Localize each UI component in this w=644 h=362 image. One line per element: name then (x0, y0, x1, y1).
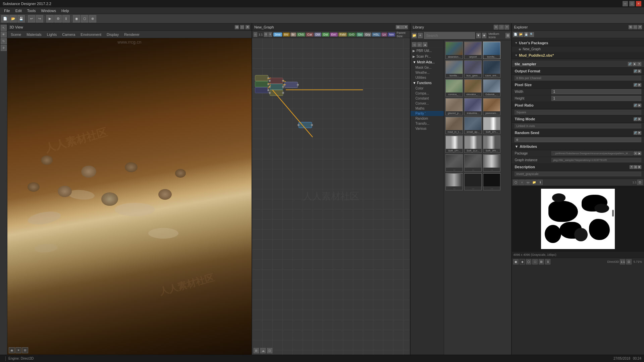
menu-windows[interactable]: Windows (38, 8, 59, 13)
lib-filter-btn[interactable]: ▼ (476, 33, 481, 38)
canvas-icon-2[interactable]: ☁ (260, 348, 266, 353)
lib-tree-pbr[interactable]: ▶ PBR Util... (411, 48, 444, 54)
grid-icon[interactable]: ⊞ (22, 347, 28, 353)
prev-icon-info[interactable]: ℹ (537, 180, 543, 185)
close-button[interactable]: ✕ (636, 1, 641, 6)
lib-thumb-corsica[interactable]: corsica_... (445, 79, 463, 97)
canvas-icon-1[interactable]: ⊞ (254, 348, 259, 353)
exp-mud-puddles-header[interactable]: ▼ Mud_Puddles2.sbs* (512, 52, 644, 59)
pib-icon-3[interactable]: ⬡ (526, 259, 531, 264)
lib-thumb-airport[interactable]: airport (464, 42, 482, 59)
node-graph-canvas[interactable]: ⊞ ☁ ⊡ 人人素材社区 (252, 38, 410, 355)
prop-arrow-btn[interactable]: ▶ (633, 62, 637, 66)
lib-thumb-extra3[interactable]: ... (483, 154, 500, 172)
3d-float-button[interactable]: ⧉ (235, 25, 239, 29)
pr-link-btn[interactable]: 🔗 (634, 104, 637, 107)
lib-folder-btn[interactable]: 📁 (412, 33, 417, 38)
lib-thumb-small[interactable]: small_ap... (464, 117, 482, 134)
lib-tree-random[interactable]: Random (411, 116, 444, 121)
exp-close-btn[interactable]: ✕ (638, 25, 642, 29)
sidebar-icon-rotate[interactable]: ↻ (1, 38, 7, 44)
exp-open-btn[interactable]: 📂 (519, 32, 523, 37)
ng-pill-dbl[interactable]: Dbl (314, 33, 322, 37)
prop-link-btn[interactable]: 🔗 (628, 62, 632, 66)
nav-materials[interactable]: Materials (24, 32, 44, 37)
ng-fit-button[interactable]: ⊡ (264, 32, 268, 37)
exp-user-packages-header[interactable]: ▼ User's Packages (512, 40, 644, 46)
exp-new-btn[interactable]: 📄 (513, 32, 518, 37)
ng-pill-grd[interactable]: GrD (347, 33, 356, 37)
tool3-button[interactable]: ⊕ (89, 15, 96, 22)
ng-pill-gry[interactable]: Gry (364, 33, 372, 37)
sidebar-icon-cursor[interactable]: ↖ (1, 25, 7, 31)
lib-thumb-extra6[interactable]: ... (483, 173, 500, 190)
lib-thumb-road[interactable]: road_in_t... (445, 117, 463, 134)
of-arrow-btn[interactable]: ▶ (638, 69, 641, 73)
lib-up-btn[interactable]: ▲ (423, 42, 427, 47)
node-3[interactable] (255, 87, 268, 93)
camera-icon[interactable]: ⏏ (9, 347, 15, 353)
lib-thumb-extra4[interactable]: ... (445, 173, 463, 190)
ng-pill-fxm[interactable]: FxM (338, 33, 347, 37)
ps-arrow-btn[interactable]: ▶ (638, 83, 641, 87)
library-search-input[interactable] (424, 32, 475, 39)
pib-1to1[interactable]: 1:1 (620, 259, 625, 264)
desc-arrow-btn[interactable]: ▶ (638, 165, 641, 169)
random-seed-input[interactable] (515, 137, 641, 142)
ps-link-btn[interactable]: 🔗 (634, 83, 637, 87)
pib-icon-2[interactable]: ◈ (520, 259, 525, 264)
ng-pill-3me[interactable]: 3me (273, 33, 282, 37)
lib-tree-scan[interactable]: ▶ Scan Pr... (411, 54, 444, 59)
lib-tree-functions[interactable]: ▼ Functions (411, 80, 444, 86)
lib-thumb-bonifa1[interactable]: bonifa... (483, 42, 500, 59)
lib-add-btn[interactable]: + (418, 33, 422, 38)
node-7[interactable] (284, 82, 298, 88)
ng-pill-car[interactable]: Car (306, 33, 314, 37)
exp-search-btn[interactable]: 🔍 (529, 32, 534, 37)
lib-tree-compa[interactable]: Compa... (411, 91, 444, 96)
lib-view-btn[interactable]: ⊞ (505, 33, 510, 38)
node-1[interactable] (255, 75, 268, 81)
pkg-link-btn[interactable]: ✕ (634, 152, 637, 155)
prev-icon-scale[interactable]: ⊡ (637, 180, 643, 185)
pib-icon-4[interactable]: □ (532, 259, 538, 264)
tool1-button[interactable]: ◉ (73, 15, 80, 22)
ng-home-button[interactable]: ⌂ (254, 32, 257, 37)
of-link-btn[interactable]: 🔗 (634, 69, 637, 73)
lib-thumb-industria[interactable]: industria... (464, 98, 482, 115)
3d-max-button[interactable]: □ (240, 25, 244, 29)
lib-tree-utilities[interactable]: Utilities (411, 75, 444, 80)
render-button[interactable]: ▶ (46, 15, 54, 22)
prev-icon-folder[interactable]: 📁 (531, 180, 537, 185)
menu-file[interactable]: File (1, 8, 13, 13)
lib-thumb-panoram[interactable]: panoram... (483, 98, 500, 115)
node-5[interactable] (270, 84, 283, 90)
lib-thumb-soft1fr1[interactable]: Soft_1Fr... (483, 117, 500, 134)
save-button[interactable]: 💾 (17, 15, 25, 22)
minimize-button[interactable]: ─ (623, 1, 628, 6)
node-4[interactable] (270, 78, 283, 84)
pib-icon-5[interactable]: ⊞ (539, 259, 544, 264)
info-button[interactable]: ℹ (62, 15, 70, 22)
exp-float-btn[interactable]: ⧉ (629, 25, 633, 29)
lib-thumb-glazed[interactable]: glazed_p... (445, 98, 463, 115)
ng-float-button[interactable]: ⧉ (396, 25, 400, 29)
lib-back-btn[interactable]: ◁ (412, 42, 417, 47)
ng-pill-br[interactable]: Br (290, 33, 296, 37)
desc-chain-btn[interactable]: ⛓ (634, 165, 637, 169)
lib-tree-conver[interactable]: Conver... (411, 101, 444, 106)
lib-tree-various[interactable]: Various (411, 126, 444, 131)
lib-max-btn[interactable]: □ (499, 25, 504, 29)
lib-thumb-extra1[interactable]: ... (445, 154, 463, 172)
exp-tree-new-graph[interactable]: ◈ New_Graph (512, 46, 644, 52)
sidebar-icon-move[interactable]: ✛ (1, 45, 7, 51)
lib-tree-maths[interactable]: Maths (411, 106, 444, 111)
lib-thumb-bonifa2[interactable]: bonifa... (445, 60, 463, 78)
prev-icon-cube[interactable]: ⬡ (513, 180, 519, 185)
undo-button[interactable]: ↩ (28, 15, 35, 22)
tool2-button[interactable]: ⬡ (81, 15, 88, 22)
lib-thumb-abandon[interactable]: abandon... (445, 42, 463, 59)
nav-camera[interactable]: Camera (60, 32, 77, 37)
nav-environment[interactable]: Environment (78, 32, 103, 37)
lib-thumb-soft1lo[interactable]: Soft_1Lo... (464, 135, 482, 153)
